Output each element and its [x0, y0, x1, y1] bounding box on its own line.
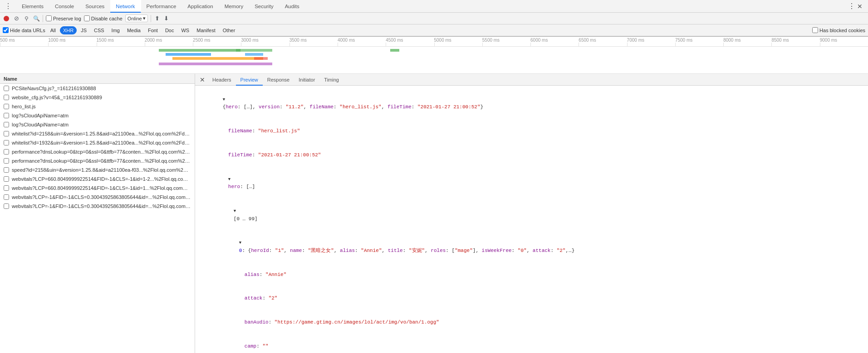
filter-chip-other[interactable]: Other	[220, 26, 239, 34]
tab-elements[interactable]: Elements	[16, 0, 49, 13]
hero-expand-line: hero: […]	[199, 167, 864, 199]
request-item[interactable]: webvitals?LCP=660.8049999922514&FID=-1&C…	[0, 174, 195, 184]
filter-chip-doc[interactable]: Doc	[162, 26, 177, 34]
request-item[interactable]: webvitals?LCP=-1&FID=-1&CLS=0.3004392586…	[0, 193, 195, 202]
request-item[interactable]: webvitals?LCP=660.8049999922514&FID=-1&C…	[0, 184, 195, 193]
request-checkbox[interactable]	[4, 185, 9, 191]
filter-chip-media[interactable]: Media	[124, 26, 144, 34]
requests-list[interactable]: PCSiteNavsCfg.js?_=1612161930888website_…	[0, 84, 195, 353]
tab-headers[interactable]: Headers	[208, 74, 236, 86]
request-item[interactable]: whitelist?id=2158&uin=&version=1.25.8&ai…	[0, 129, 195, 138]
timeline-tick-line	[530, 43, 531, 46]
network-condition-text: Online	[128, 16, 142, 21]
request-name: whitelist?id=2158&uin=&version=1.25.8&ai…	[12, 131, 191, 136]
root-expand[interactable]	[223, 97, 226, 102]
search-icon: 🔍	[33, 15, 40, 22]
filter-chip-xhr[interactable]: XHR	[60, 26, 77, 34]
timeline-tick: 1500 ms	[97, 38, 114, 43]
tab-response[interactable]: Response	[263, 74, 294, 86]
request-item[interactable]: performance?dnsLookup=0&tcp=0&ssl=0&ttfb…	[0, 147, 195, 156]
request-checkbox[interactable]	[4, 131, 9, 136]
request-name: website_cfg.js?v=45&_=1612161930889	[12, 95, 191, 100]
request-name: webvitals?LCP=-1&FID=-1&CLS=0.3004392586…	[12, 203, 191, 209]
record-button[interactable]	[3, 15, 10, 22]
camp-line: camp: ""	[199, 334, 864, 353]
filter-type-chips: AllXHRJSCSSImgMediaFontDocWSManifestOthe…	[47, 26, 239, 34]
request-item[interactable]: website_cfg.js?v=45&_=1612161930889	[0, 93, 195, 102]
details-close-button[interactable]: ✕	[199, 76, 206, 83]
tab-application[interactable]: Application	[182, 0, 219, 13]
request-name: webvitals?LCP=660.8049999922514&FID=-1&C…	[12, 185, 191, 191]
name-column-header: Name	[4, 76, 17, 82]
tab-timing[interactable]: Timing	[319, 74, 343, 86]
dock-icon[interactable]: ⋮	[848, 2, 855, 10]
filter-button[interactable]: ⚲	[23, 15, 30, 22]
filter-chip-manifest[interactable]: Manifest	[193, 26, 219, 34]
waterfall-bar-green3	[390, 49, 399, 52]
request-checkbox[interactable]	[4, 104, 9, 109]
hero-0-expand[interactable]	[239, 240, 242, 245]
has-blocked-cookies-checkbox[interactable]	[812, 27, 818, 33]
request-item[interactable]: hero_list.js	[0, 102, 195, 111]
refresh-button[interactable]: ⊘	[13, 15, 20, 22]
request-item[interactable]: webvitals?LCP=-1&FID=-1&CLS=0.3004392586…	[0, 202, 195, 211]
request-checkbox[interactable]	[4, 95, 9, 100]
request-checkbox[interactable]	[4, 149, 9, 155]
waterfall-bar-green2	[236, 49, 272, 52]
request-name: performance?dnsLookup=0&tcp=0&ssl=0&ttfb…	[12, 149, 191, 155]
timeline-tick: 500 ms	[0, 38, 15, 43]
request-item[interactable]: log?sCloudApiName=atm	[0, 120, 195, 129]
request-item[interactable]: performance?dnsLookup=0&tcp=0&ssl=0&ttfb…	[0, 156, 195, 165]
request-checkbox[interactable]	[4, 122, 9, 127]
tab-security[interactable]: Security	[249, 0, 280, 13]
hero-expand[interactable]	[228, 176, 231, 182]
disable-cache-label[interactable]: Disable cache	[84, 15, 123, 21]
request-item[interactable]: speed?id=2158&uin=&version=1.25.8&aid=a2…	[0, 165, 195, 174]
request-checkbox[interactable]	[4, 113, 9, 118]
request-item[interactable]: log?sCloudApiName=atm	[0, 111, 195, 120]
array-range-expand[interactable]	[234, 208, 237, 213]
filter-chip-js[interactable]: JS	[78, 26, 90, 34]
filter-chip-img[interactable]: Img	[108, 26, 123, 34]
tab-performance[interactable]: Performance	[141, 0, 182, 13]
request-checkbox[interactable]	[4, 158, 9, 164]
tab-preview[interactable]: Preview	[236, 74, 263, 86]
network-condition-select[interactable]: Online ▾	[125, 15, 148, 22]
timeline-tick: 6000 ms	[530, 38, 548, 43]
hide-data-urls-checkbox[interactable]	[3, 27, 9, 33]
settings-icon[interactable]: ✕	[857, 3, 863, 10]
chevron-down-icon: ▾	[143, 15, 146, 21]
disable-cache-text: Disable cache	[91, 16, 123, 21]
request-item[interactable]: whitelist?id=1932&uin=&version=1.25.8&ai…	[0, 138, 195, 147]
filter-chip-all[interactable]: All	[47, 26, 59, 34]
has-blocked-cookies-label[interactable]: Has blocked cookies	[812, 27, 865, 33]
hide-data-urls-label[interactable]: Hide data URLs	[3, 27, 45, 33]
request-checkbox[interactable]	[4, 194, 9, 200]
disable-cache-checkbox[interactable]	[84, 15, 90, 21]
tab-audits[interactable]: Audits	[280, 0, 305, 13]
upload-button[interactable]: ⬆	[154, 15, 161, 22]
request-checkbox[interactable]	[4, 176, 9, 182]
request-checkbox[interactable]	[4, 86, 9, 91]
tab-network[interactable]: Network	[110, 0, 141, 13]
tab-memory[interactable]: Memory	[219, 0, 250, 13]
preview-content[interactable]: {hero: […], version: "11.2", fileName: "…	[195, 86, 868, 353]
request-checkbox[interactable]	[4, 140, 9, 145]
search-button[interactable]: 🔍	[33, 15, 40, 22]
preserve-log-label[interactable]: Preserve log	[46, 15, 81, 21]
request-name: webvitals?LCP=-1&FID=-1&CLS=0.3004392586…	[12, 194, 191, 200]
filter-chip-ws[interactable]: WS	[178, 26, 192, 34]
tab-console[interactable]: Console	[49, 0, 80, 13]
tab-initiator[interactable]: Initiator	[294, 74, 319, 86]
download-button[interactable]: ⬇	[163, 15, 170, 22]
filter-chip-font[interactable]: Font	[145, 26, 161, 34]
devtools-menu-icon[interactable]: ⋮	[5, 2, 12, 10]
request-checkbox[interactable]	[4, 203, 9, 209]
tab-sources[interactable]: Sources	[80, 0, 110, 13]
request-item[interactable]: PCSiteNavsCfg.js?_=1612161930888	[0, 84, 195, 93]
filter-chip-css[interactable]: CSS	[91, 26, 108, 34]
preserve-log-checkbox[interactable]	[46, 15, 52, 21]
request-checkbox[interactable]	[4, 167, 9, 173]
timeline-tick-line	[145, 43, 145, 46]
timeline-tick-line	[820, 43, 820, 46]
